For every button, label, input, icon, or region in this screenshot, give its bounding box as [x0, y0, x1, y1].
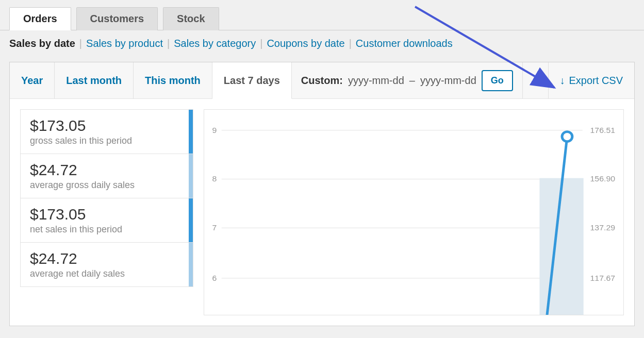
stat-label: net sales in this period: [30, 224, 184, 235]
sales-chart[interactable]: 9 8 7 6 176.51 156.90 137.29 117.67: [204, 109, 624, 315]
svg-text:176.51: 176.51: [590, 126, 615, 134]
subnav-sales-by-category[interactable]: Sales by category: [174, 38, 256, 49]
stat-label: average gross daily sales: [30, 180, 184, 191]
separator: |: [167, 38, 170, 49]
download-icon: ↓: [560, 75, 565, 87]
separator: |: [79, 38, 82, 49]
custom-to-input[interactable]: yyyy-mm-dd: [420, 75, 476, 87]
tab-customers[interactable]: Customers: [76, 7, 158, 30]
svg-text:7: 7: [212, 223, 217, 232]
svg-rect-12: [539, 178, 583, 315]
range-last-month[interactable]: Last month: [55, 62, 134, 98]
range-custom: Custom: yyyy-mm-dd – yyyy-mm-dd Go: [292, 62, 523, 98]
stat-value: $173.05: [30, 117, 184, 134]
report-panel: Year Last month This month Last 7 days C…: [9, 62, 635, 326]
separator: |: [349, 38, 352, 49]
stat-value: $24.72: [30, 250, 184, 267]
range-this-month[interactable]: This month: [134, 62, 212, 98]
subnav-sales-by-date[interactable]: Sales by date: [9, 38, 75, 49]
custom-date-separator: –: [409, 75, 415, 87]
svg-text:6: 6: [212, 274, 217, 282]
range-year[interactable]: Year: [10, 62, 55, 98]
spacer: [523, 62, 549, 98]
export-csv-button[interactable]: ↓ Export CSV: [549, 62, 634, 98]
go-button[interactable]: Go: [482, 70, 513, 91]
custom-label: Custom:: [301, 75, 343, 87]
svg-text:137.29: 137.29: [590, 223, 615, 232]
svg-text:117.67: 117.67: [590, 274, 615, 282]
chart-svg: 9 8 7 6 176.51 156.90 137.29 117.67: [204, 110, 623, 315]
stat-net-sales[interactable]: $173.05 net sales in this period: [20, 198, 193, 242]
range-last-7-days[interactable]: Last 7 days: [212, 62, 292, 99]
stat-label: average net daily sales: [30, 268, 184, 279]
stat-avg-net-daily[interactable]: $24.72 average net daily sales: [20, 242, 193, 287]
svg-point-13: [562, 132, 572, 142]
tab-orders[interactable]: Orders: [9, 7, 71, 30]
stats-column: $173.05 gross sales in this period $24.7…: [20, 109, 193, 315]
svg-text:9: 9: [212, 126, 217, 134]
stat-value: $24.72: [30, 161, 184, 179]
export-csv-label: Export CSV: [569, 75, 623, 87]
tab-stock[interactable]: Stock: [163, 7, 219, 30]
svg-text:8: 8: [212, 175, 217, 183]
report-subnav: Sales by date | Sales by product | Sales…: [0, 30, 644, 57]
stat-gross-sales[interactable]: $173.05 gross sales in this period: [20, 109, 193, 154]
separator: |: [260, 38, 262, 49]
stat-value: $173.05: [30, 206, 184, 223]
stat-avg-gross-daily[interactable]: $24.72 average gross daily sales: [20, 154, 193, 198]
subnav-sales-by-product[interactable]: Sales by product: [86, 38, 163, 49]
report-content: $173.05 gross sales in this period $24.7…: [10, 99, 634, 326]
main-tabs: Orders Customers Stock: [0, 0, 644, 30]
custom-from-input[interactable]: yyyy-mm-dd: [348, 75, 404, 87]
date-range-bar: Year Last month This month Last 7 days C…: [10, 62, 634, 99]
svg-text:156.90: 156.90: [590, 175, 616, 183]
subnav-coupons-by-date[interactable]: Coupons by date: [267, 38, 344, 49]
subnav-customer-downloads[interactable]: Customer downloads: [356, 38, 453, 49]
stat-label: gross sales in this period: [30, 136, 184, 146]
